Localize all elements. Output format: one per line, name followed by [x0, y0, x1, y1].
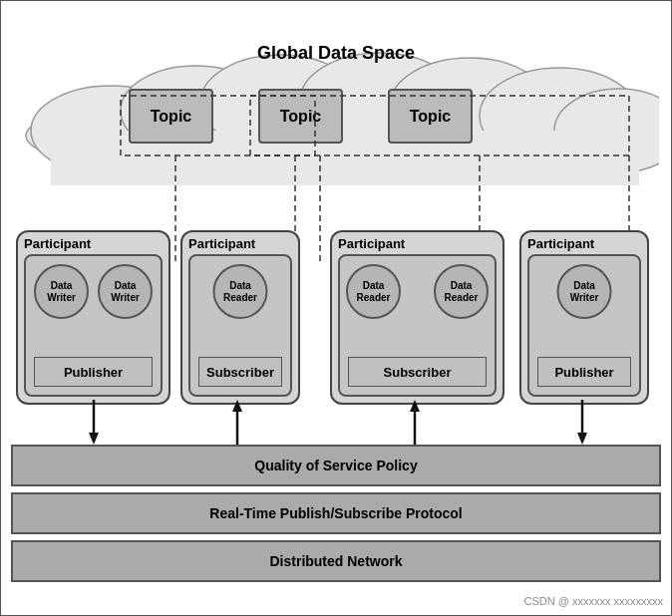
participant-2: Participant DataReader Subscriber	[180, 230, 300, 405]
participant-4: Participant DataWriter Publisher	[519, 230, 649, 405]
diagram-container: Global Data Space Topic Topic Topic Part…	[0, 0, 672, 616]
data-writer-1b: DataWriter	[98, 264, 153, 319]
participant-3: Participant DataReader DataReader Subscr…	[330, 230, 504, 405]
data-writer-4: DataWriter	[557, 264, 612, 319]
participant-1: Participant DataWriter DataWriter Publis…	[16, 230, 170, 405]
rtps-layer: Real-Time Publish/Subscribe Protocol	[11, 492, 661, 534]
subscriber-2-label: Subscriber	[198, 357, 282, 387]
svg-marker-23	[577, 433, 587, 445]
topic-box-2: Topic	[258, 89, 343, 144]
participant-4-label: Participant	[521, 232, 647, 255]
topic-box-3: Topic	[388, 89, 473, 144]
participant-2-label: Participant	[182, 232, 298, 255]
participant-3-label: Participant	[332, 232, 503, 255]
data-reader-2: DataReader	[213, 264, 268, 319]
topic-box-1: Topic	[129, 89, 213, 144]
network-layer: Distributed Network	[11, 540, 661, 582]
data-reader-3b: DataReader	[434, 264, 489, 319]
data-reader-3a: DataReader	[346, 264, 401, 319]
participant-1-label: Participant	[18, 232, 168, 255]
qos-layer: Quality of Service Policy	[11, 445, 661, 486]
publisher-1-label: Publisher	[34, 357, 153, 387]
cloud-title: Global Data Space	[1, 43, 671, 64]
publisher-4-label: Publisher	[537, 357, 631, 387]
watermark: CSDN @ xxxxxxx xxxxxxxxx	[523, 595, 663, 607]
data-writer-1a: DataWriter	[34, 264, 89, 319]
subscriber-3-label: Subscriber	[348, 357, 487, 387]
svg-marker-17	[89, 433, 99, 445]
